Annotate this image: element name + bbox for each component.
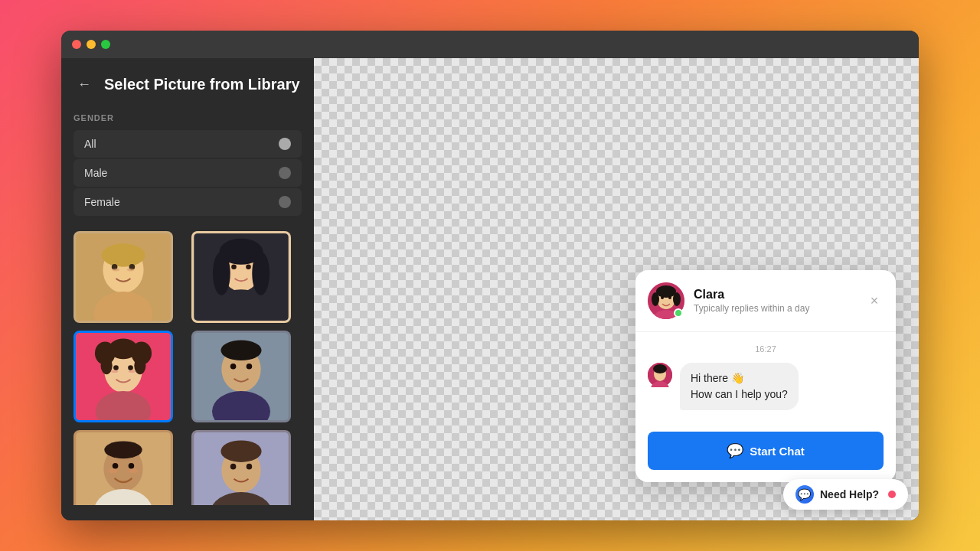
chat-greeting: Hi there 👋 bbox=[691, 370, 788, 386]
svg-point-46 bbox=[220, 440, 261, 462]
svg-point-42 bbox=[129, 469, 138, 474]
svg-point-26 bbox=[128, 365, 133, 370]
svg-point-3 bbox=[102, 243, 145, 266]
chat-msg-avatar bbox=[648, 363, 672, 387]
chat-header-info: Clara Typically replies within a day bbox=[694, 288, 865, 314]
svg-point-54 bbox=[673, 292, 681, 306]
gender-male-label: Male bbox=[84, 167, 107, 179]
chat-bubble: Hi there 👋 How can I help you? bbox=[680, 363, 799, 410]
svg-point-23 bbox=[101, 357, 113, 374]
app-window: ← Select Picture from Library GENDER All… bbox=[61, 31, 919, 520]
chat-timestamp: 16:27 bbox=[648, 344, 884, 354]
svg-point-38 bbox=[104, 441, 142, 458]
avatar-4 bbox=[194, 333, 289, 420]
avatar-1 bbox=[76, 233, 171, 321]
back-arrow-icon: ← bbox=[77, 77, 91, 93]
minimize-dot[interactable] bbox=[87, 40, 96, 49]
chat-message-row: Hi there 👋 How can I help you? bbox=[648, 363, 884, 410]
start-chat-label: Start Chat bbox=[750, 445, 805, 458]
radio-female bbox=[279, 196, 291, 208]
svg-point-47 bbox=[230, 464, 237, 470]
svg-point-41 bbox=[109, 469, 117, 474]
svg-point-33 bbox=[230, 364, 237, 370]
radio-male bbox=[279, 167, 291, 179]
svg-point-60 bbox=[653, 364, 667, 373]
help-icon-symbol: 💬 bbox=[798, 488, 811, 500]
avatar-2 bbox=[194, 233, 289, 321]
gender-option-female[interactable]: Female bbox=[74, 188, 302, 216]
photo-item-5[interactable] bbox=[74, 430, 173, 505]
need-help-button[interactable]: 💬 Need Help? bbox=[783, 479, 908, 510]
svg-point-48 bbox=[247, 464, 253, 470]
svg-point-16 bbox=[246, 264, 251, 269]
photo-item-6[interactable] bbox=[191, 430, 291, 505]
window-content: ← Select Picture from Library GENDER All… bbox=[61, 58, 919, 520]
svg-point-55 bbox=[661, 296, 664, 299]
chat-message-body: How can I help you? bbox=[691, 386, 788, 403]
title-bar bbox=[61, 31, 919, 58]
close-dot[interactable] bbox=[72, 40, 81, 49]
svg-point-28 bbox=[129, 370, 136, 373]
back-button[interactable]: ← bbox=[74, 73, 95, 95]
svg-point-34 bbox=[247, 364, 253, 370]
svg-point-6 bbox=[113, 269, 120, 272]
svg-point-15 bbox=[231, 264, 237, 269]
fullscreen-dot[interactable] bbox=[101, 40, 110, 49]
agent-status: Typically replies within a day bbox=[694, 303, 865, 314]
svg-point-7 bbox=[127, 269, 135, 272]
left-panel: ← Select Picture from Library GENDER All… bbox=[61, 58, 314, 520]
page-title: Select Picture from Library bbox=[104, 76, 300, 93]
chat-close-button[interactable]: × bbox=[865, 292, 884, 310]
avatar-3 bbox=[76, 333, 171, 420]
agent-avatar-container bbox=[648, 282, 684, 319]
svg-point-24 bbox=[134, 357, 145, 374]
svg-point-53 bbox=[652, 292, 659, 306]
chat-widget: Clara Typically replies within a day × 1… bbox=[635, 270, 896, 482]
gender-female-label: Female bbox=[84, 196, 120, 208]
svg-point-40 bbox=[129, 463, 135, 469]
online-indicator bbox=[674, 308, 683, 318]
svg-point-25 bbox=[113, 365, 119, 370]
gender-option-male[interactable]: Male bbox=[74, 159, 302, 187]
svg-point-56 bbox=[668, 296, 671, 299]
photo-item-4[interactable] bbox=[191, 331, 291, 422]
gender-options: All Male Female bbox=[74, 130, 302, 216]
svg-point-27 bbox=[111, 370, 119, 373]
traffic-lights bbox=[72, 40, 110, 49]
radio-all bbox=[279, 138, 291, 150]
svg-point-39 bbox=[113, 463, 119, 469]
right-panel: Clara Typically replies within a day × 1… bbox=[314, 58, 919, 520]
chat-footer: 💬 Start Chat bbox=[635, 422, 896, 482]
photo-grid bbox=[74, 231, 302, 505]
avatar-5 bbox=[76, 432, 171, 505]
photo-item-2[interactable] bbox=[191, 231, 291, 323]
gender-label: GENDER bbox=[74, 113, 302, 122]
svg-point-13 bbox=[213, 252, 230, 295]
chat-header: Clara Typically replies within a day × bbox=[635, 270, 896, 332]
photo-item-1[interactable] bbox=[74, 231, 173, 323]
need-help-icon: 💬 bbox=[795, 485, 814, 504]
start-chat-button[interactable]: 💬 Start Chat bbox=[648, 432, 884, 470]
svg-point-32 bbox=[220, 341, 261, 361]
svg-point-14 bbox=[252, 252, 270, 295]
back-header: ← Select Picture from Library bbox=[74, 73, 302, 95]
need-help-label: Need Help? bbox=[820, 488, 879, 500]
chat-msg-avatar-svg bbox=[648, 363, 672, 387]
svg-point-52 bbox=[656, 285, 676, 298]
agent-name: Clara bbox=[694, 288, 865, 302]
notification-dot bbox=[888, 491, 896, 498]
gender-all-label: All bbox=[84, 138, 96, 150]
messenger-icon: 💬 bbox=[727, 442, 743, 459]
gender-option-all[interactable]: All bbox=[74, 130, 302, 158]
photo-item-3[interactable] bbox=[74, 331, 173, 422]
avatar-6 bbox=[194, 432, 289, 505]
chat-body: 16:27 Hi there 👋 How ca bbox=[635, 332, 896, 422]
